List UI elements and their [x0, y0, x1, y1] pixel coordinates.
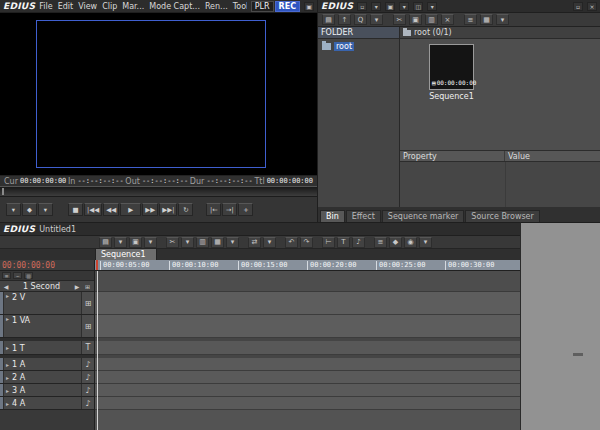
clip-thumbnail[interactable]: ▤ 00:00:00:00 [429, 44, 474, 90]
menu-dropdown-icon[interactable]: ▾ [496, 14, 509, 25]
ripple-mode-icon[interactable]: ⇄ [248, 237, 261, 248]
clip-card-sequence1[interactable]: ▤ 00:00:00:00 Sequence1 [428, 44, 475, 101]
dock-resize-handle[interactable] [573, 353, 583, 356]
property-column-header[interactable]: Property [400, 151, 505, 161]
speaker-icon[interactable]: ♪ [81, 371, 94, 383]
track-lane-1a[interactable] [95, 358, 520, 371]
trim-icon[interactable]: ⊢ [322, 237, 335, 248]
clip-grid[interactable]: ▤ 00:00:00:00 Sequence1 [400, 39, 600, 150]
prev-clip-button[interactable]: |◀◀ [84, 203, 102, 216]
cut-icon[interactable]: ✂ [166, 237, 179, 248]
list-view-icon[interactable]: ≡ [464, 14, 477, 25]
folder-tree-item-root[interactable]: root [318, 42, 399, 51]
video-mute-icon[interactable]: ⊞ [81, 292, 94, 314]
tab-sequence-marker[interactable]: Sequence marker [382, 210, 465, 222]
sync-lock-icon[interactable]: ≡ [2, 272, 11, 279]
thumb-view-icon[interactable]: ▦ [480, 14, 493, 25]
menu-file[interactable]: File [39, 2, 52, 11]
tab-sequence1[interactable]: Sequence1 [95, 248, 157, 260]
track-expander-icon[interactable]: ▸ [4, 374, 11, 381]
tab-source-browser[interactable]: Source Browser [465, 210, 539, 222]
track-lane-2a[interactable] [95, 371, 520, 384]
loop-button[interactable]: ↻ [178, 203, 193, 216]
tab-bin[interactable]: Bin [320, 210, 345, 222]
track-header-1va[interactable]: ▸ 1 VA ⊞ [0, 315, 94, 338]
dock-dropdown-icon[interactable]: ▾ [371, 2, 381, 11]
track-lane-2v[interactable] [95, 292, 520, 315]
close-icon[interactable]: × [587, 2, 597, 11]
track-header-3a[interactable]: ▸ 3 A ♪ [0, 384, 94, 397]
voiceover-icon[interactable]: ♪ [352, 237, 365, 248]
track-lane-1t[interactable] [95, 341, 520, 355]
mode-dropdown-icon[interactable]: ▾ [263, 237, 276, 248]
track-header-4a[interactable]: ▸ 4 A ♪ [0, 397, 94, 410]
minimize-icon[interactable]: ▫ [573, 2, 583, 11]
new-dropdown-icon[interactable]: ▾ [114, 237, 127, 248]
save-icon[interactable]: ▣ [129, 237, 142, 248]
view-dropdown-icon[interactable]: ▾ [399, 2, 409, 11]
menu-marker[interactable]: Mar... [122, 2, 144, 11]
menu-edit[interactable]: Edit [58, 2, 74, 11]
track-expander-icon[interactable]: ▸ [4, 361, 11, 368]
marker-strip[interactable] [95, 271, 520, 292]
copy-icon[interactable]: ▣ [409, 14, 422, 25]
monitor-icon[interactable]: ◫ [413, 2, 423, 11]
playhead-line[interactable] [97, 271, 98, 430]
menu-view[interactable]: View [78, 2, 97, 11]
monitor-dropdown-icon[interactable]: ▾ [427, 2, 437, 11]
plr-mode-button[interactable]: PLR [251, 1, 274, 12]
add-edit-button[interactable]: + [238, 203, 253, 216]
track-expander-icon[interactable]: ▸ [4, 400, 11, 407]
goto-out-button[interactable]: →| [222, 203, 237, 216]
dock-icon[interactable]: ▫ [357, 2, 367, 11]
timescale-value[interactable]: 1 Second [12, 282, 71, 291]
fast-forward-button[interactable]: ▶▶ [142, 203, 158, 216]
speaker-icon[interactable]: ♪ [81, 358, 94, 370]
rewind-button[interactable]: ◀◀ [103, 203, 119, 216]
marker-icon[interactable]: ◆ [389, 237, 402, 248]
track-header-1t[interactable]: ▸ 1 T T [0, 341, 94, 355]
track-expander-icon[interactable]: ▸ [4, 344, 11, 351]
paste-icon[interactable]: ▦ [211, 237, 224, 248]
title-track-icon[interactable]: T [81, 341, 94, 354]
menu-render[interactable]: Ren... [205, 2, 228, 11]
track-lane-3a[interactable] [95, 384, 520, 397]
paste-dropdown-icon[interactable]: ▾ [226, 237, 239, 248]
position-slider[interactable] [0, 186, 317, 197]
up-folder-icon[interactable]: ↑ [338, 14, 351, 25]
cut-dropdown-icon[interactable]: ▾ [181, 237, 194, 248]
title-icon[interactable]: T [337, 237, 350, 248]
view-dropdown-icon[interactable]: ▾ [370, 14, 383, 25]
copy-icon[interactable]: ▥ [196, 237, 209, 248]
track-lane-4a[interactable] [95, 397, 520, 410]
cut-icon[interactable]: ✂ [393, 14, 406, 25]
search-icon[interactable]: Q [354, 14, 367, 25]
new-clip-icon[interactable]: ▤ [322, 14, 335, 25]
playhead-marker[interactable] [96, 260, 98, 270]
menu-tools-settings[interactable]: Tools Setti... [233, 2, 247, 11]
mixer-icon[interactable]: ≡ [374, 237, 387, 248]
track-expander-icon[interactable]: ▸ [4, 292, 11, 299]
redo-icon[interactable]: ↷ [300, 237, 313, 248]
tab-effect[interactable]: Effect [346, 210, 381, 222]
video-mute-icon[interactable]: ⊞ [81, 315, 94, 337]
output-dropdown[interactable]: ▾ [6, 203, 21, 216]
value-column-header[interactable]: Value [505, 151, 600, 161]
fit-icon[interactable]: ⊞ [83, 283, 92, 290]
track-header-2v[interactable]: ▸ 2 V ⊞ [0, 292, 94, 315]
settings-dropdown-icon[interactable]: ▾ [419, 237, 432, 248]
paste-icon[interactable]: ▥ [425, 14, 438, 25]
rec-mode-button[interactable]: REC [275, 1, 301, 12]
menu-clip[interactable]: Clip [102, 2, 117, 11]
track-lane-1va[interactable] [95, 315, 520, 338]
menu-mode-capture[interactable]: Mode Capt... [149, 2, 200, 11]
waveform-icon[interactable]: ~ [13, 272, 22, 279]
slider-thumb[interactable] [2, 188, 4, 195]
folder-item-label[interactable]: root [334, 42, 354, 51]
speaker-icon[interactable]: ♪ [81, 384, 94, 396]
marker-button[interactable]: ◆ [22, 203, 37, 216]
view-icon[interactable]: ▣ [385, 2, 395, 11]
audio-dropdown[interactable]: ▾ [38, 203, 53, 216]
goto-in-button[interactable]: |← [206, 203, 221, 216]
play-button[interactable]: ▶ [120, 203, 141, 216]
